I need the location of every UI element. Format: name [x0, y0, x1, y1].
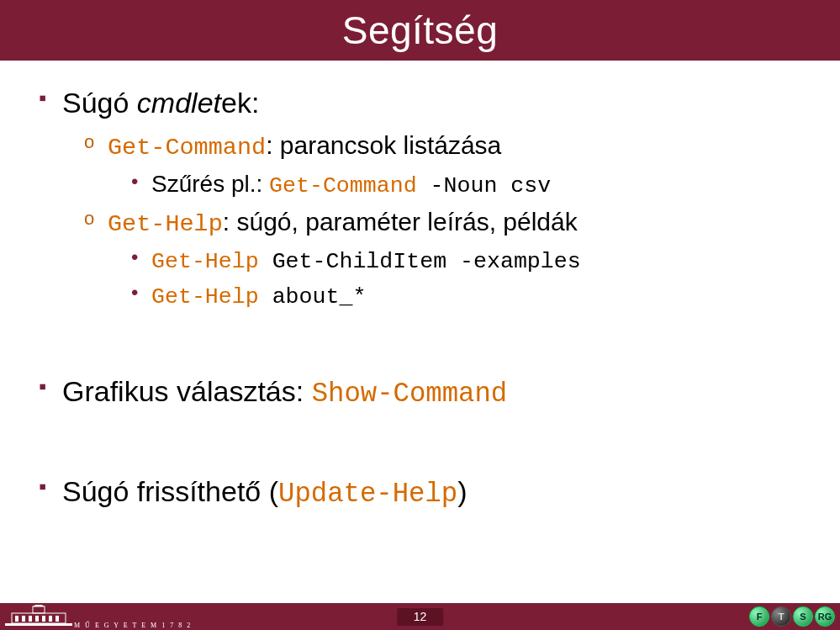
- text: Grafikus választás:: [62, 375, 312, 407]
- code-cmd: Show-Command: [312, 379, 508, 410]
- sublist: Szűrés pl.: Get-Command -Noun csv: [108, 167, 815, 203]
- bullet-help-cmdlets: Súgó cmdletek: Get-Command: parancsok li…: [39, 82, 815, 314]
- badge-rg-icon: RG: [815, 606, 835, 627]
- bullet-get-help-about: Get-Help about_*: [131, 278, 815, 314]
- university-logo-icon: [5, 605, 72, 630]
- text: Súgó: [62, 87, 137, 119]
- bullet-update-help: Súgó frissíthető (Update-Help): [39, 471, 815, 515]
- bullet-filter-example: Szűrés pl.: Get-Command -Noun csv: [131, 167, 815, 203]
- svg-rect-8: [55, 616, 59, 622]
- text: : parancsok listázása: [266, 131, 501, 159]
- footer-left: M Ű E G Y E T E M 1 7 8 2: [5, 603, 192, 630]
- code-cmd: Get-Help: [108, 210, 223, 238]
- code-args: -Noun csv: [417, 173, 552, 199]
- badge-f-icon: F: [749, 606, 769, 627]
- text: Súgó frissíthető (: [62, 475, 278, 507]
- sublist: Get-Command: parancsok listázása Szűrés …: [62, 127, 815, 313]
- sublist: Get-Help Get-ChildItem -examples Get-Hel…: [108, 243, 815, 313]
- slide: Segítség Súgó cmdletek: Get-Command: par…: [0, 0, 840, 630]
- svg-rect-4: [29, 616, 32, 622]
- slide-title: Segítség: [342, 8, 499, 53]
- badge-s-icon: S: [793, 606, 813, 627]
- footer-right: F T S RG: [749, 606, 835, 627]
- bullet-get-command: Get-Command: parancsok listázása Szűrés …: [84, 127, 815, 202]
- slide-content: Súgó cmdletek: Get-Command: parancsok li…: [0, 61, 840, 630]
- badge-t-icon: T: [771, 606, 791, 627]
- slide-title-bar: Segítség: [0, 0, 840, 61]
- code-cmd: Get-Help: [151, 284, 259, 310]
- text: : súgó, paraméter leírás, példák: [223, 208, 578, 236]
- page-number: 12: [397, 608, 444, 626]
- svg-rect-6: [42, 616, 45, 622]
- text: ): [457, 475, 467, 507]
- code-args: about_*: [259, 284, 367, 310]
- code-cmd: Get-Help: [151, 249, 259, 274]
- bullet-get-help: Get-Help: súgó, paraméter leírás, példák…: [84, 204, 815, 313]
- svg-rect-7: [49, 616, 52, 622]
- code-args: Get-ChildItem -examples: [259, 249, 581, 274]
- footer-university-text: M Ű E G Y E T E M 1 7 8 2: [74, 622, 192, 630]
- text: ek:: [221, 87, 259, 119]
- text: Szűrés pl.:: [151, 171, 269, 197]
- bullet-show-command: Grafikus választás: Show-Command: [39, 371, 815, 415]
- footer-bar: M Ű E G Y E T E M 1 7 8 2 12 F T S RG: [0, 603, 840, 630]
- code-cmd: Update-Help: [278, 479, 457, 510]
- svg-rect-9: [33, 606, 45, 613]
- svg-rect-5: [35, 616, 39, 622]
- bullet-list: Súgó cmdletek: Get-Command: parancsok li…: [25, 82, 815, 515]
- svg-rect-3: [22, 616, 25, 622]
- code-cmd: Get-Command: [108, 134, 266, 161]
- svg-marker-10: [33, 605, 45, 606]
- svg-rect-2: [15, 616, 18, 622]
- code-cmd: Get-Command: [269, 173, 417, 199]
- text-italic: cmdlet: [137, 87, 221, 119]
- bullet-get-help-examples: Get-Help Get-ChildItem -examples: [131, 243, 815, 278]
